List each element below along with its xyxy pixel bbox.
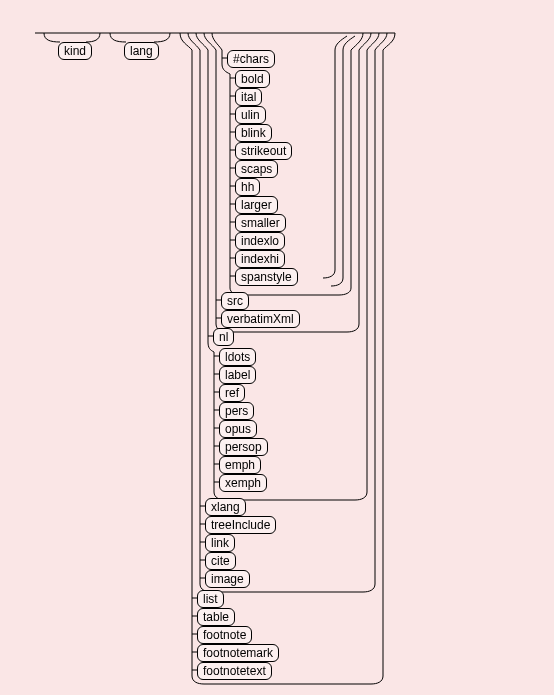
- attr-kind: kind: [58, 42, 92, 60]
- node-src: src: [221, 292, 249, 310]
- attr-lang: lang: [124, 42, 159, 60]
- node-cite: cite: [205, 552, 236, 570]
- node-indexhi: indexhi: [235, 250, 285, 268]
- node-emph: emph: [219, 456, 261, 474]
- node-xlang: xlang: [205, 498, 246, 516]
- node-smaller: smaller: [235, 214, 286, 232]
- node-label: label: [219, 366, 256, 384]
- node-link: link: [205, 534, 235, 552]
- node-ulin: ulin: [235, 106, 266, 124]
- node-footnote: footnote: [197, 626, 252, 644]
- node-verbatimxml: verbatimXml: [221, 310, 300, 328]
- node-blink: blink: [235, 124, 272, 142]
- node-opus: opus: [219, 420, 257, 438]
- node-list: list: [197, 590, 224, 608]
- node-hh: hh: [235, 178, 260, 196]
- node-bold: bold: [235, 70, 270, 88]
- node-persop: persop: [219, 438, 268, 456]
- node-larger: larger: [235, 196, 278, 214]
- node-spanstyle: spanstyle: [235, 268, 298, 286]
- node-ital: ital: [235, 88, 262, 106]
- node-footnotetext: footnotetext: [197, 662, 272, 680]
- node-strikeout: strikeout: [235, 142, 292, 160]
- node-table: table: [197, 608, 235, 626]
- node-indexlo: indexlo: [235, 232, 285, 250]
- node-pers: pers: [219, 402, 254, 420]
- node-ldots: ldots: [219, 348, 256, 366]
- node-nl: nl: [213, 328, 234, 346]
- node-treeinclude: treeInclude: [205, 516, 276, 534]
- node-footnotemark: footnotemark: [197, 644, 279, 662]
- node-ref: ref: [219, 384, 245, 402]
- node-image: image: [205, 570, 250, 588]
- node-chars: #chars: [227, 50, 275, 68]
- node-xemph: xemph: [219, 474, 267, 492]
- node-scaps: scaps: [235, 160, 278, 178]
